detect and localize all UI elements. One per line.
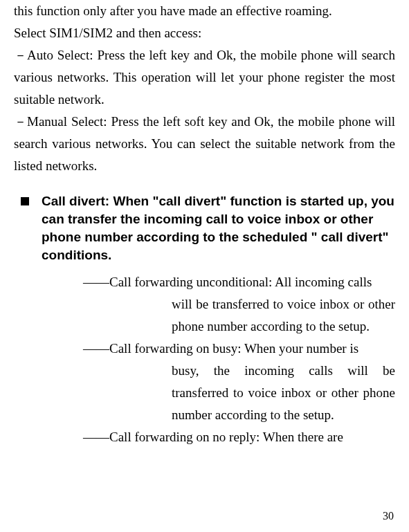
- call-divert-heading: Call divert: When "call divert" function…: [42, 192, 395, 264]
- manual-select-paragraph: －Manual Select: Press the left soft key …: [14, 111, 395, 177]
- call-divert-sublist: ――Call forwarding unconditional: All inc…: [14, 271, 395, 448]
- forward-noreply-line1: ――Call forwarding on no reply: When ther…: [83, 426, 395, 448]
- forward-busy-line1: ――Call forwarding on busy: When your num…: [83, 338, 395, 360]
- forward-busy-cont: busy, the incoming calls will be transfe…: [172, 360, 395, 426]
- forward-unconditional-cont: will be transferred to voice inbox or ot…: [172, 293, 395, 338]
- intro-line-2: Select SIM1/SIM2 and then access:: [14, 22, 395, 44]
- call-divert-bullet: Call divert: When "call divert" function…: [14, 192, 395, 264]
- intro-line-1: this function only after you have made a…: [14, 0, 395, 22]
- forward-unconditional-line1: ――Call forwarding unconditional: All inc…: [83, 271, 395, 293]
- auto-select-paragraph: －Auto Select: Press the left key and Ok,…: [14, 44, 395, 111]
- square-bullet-icon: [21, 197, 29, 205]
- page-number: 30: [383, 510, 394, 522]
